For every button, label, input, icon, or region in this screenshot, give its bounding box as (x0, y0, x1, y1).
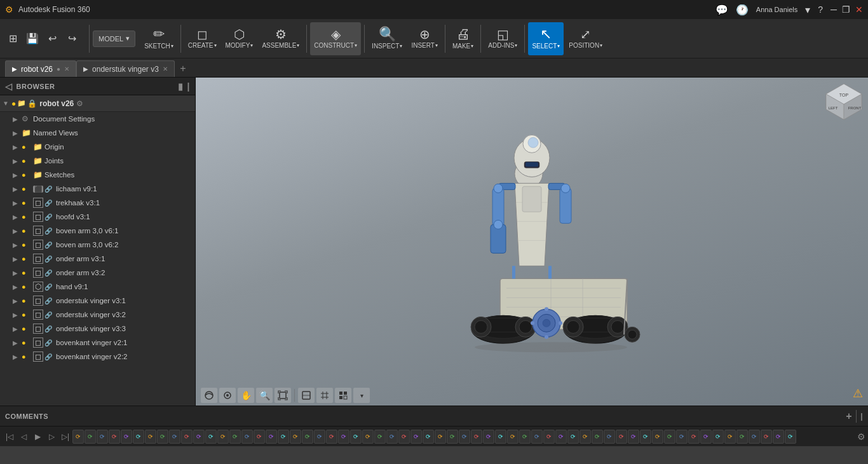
tree-item-trekhaak[interactable]: ▶ ● ◻ 🔗 trekhaak v3:1 (0, 196, 195, 210)
tree-item-doc-settings[interactable]: ▶ ⚙ Document Settings (0, 112, 195, 126)
timeline-item-47[interactable]: ⟳ (640, 430, 651, 444)
timeline-item-42[interactable]: ⟳ (580, 430, 591, 444)
timeline-item-8[interactable]: ⟳ (169, 430, 180, 444)
timeline-item-41[interactable]: ⟳ (567, 430, 579, 444)
tree-item-boven-arm-1[interactable]: ▶ ● ◻ 🔗 boven arm 3,0 v6:1 (0, 224, 195, 238)
timeline-item-57[interactable]: ⟳ (761, 430, 772, 444)
construct-button[interactable]: ◈ CONSTRUCT ▾ (310, 22, 361, 55)
tab-robot-v26-close[interactable]: ✕ (64, 65, 69, 72)
addins-button[interactable]: ◱ ADD-INS ▾ (484, 22, 521, 55)
add-tab-button[interactable]: + (175, 60, 191, 77)
timeline-item-5[interactable]: ⟳ (133, 430, 144, 444)
timeline-item-56[interactable]: ⟳ (749, 430, 760, 444)
undo-button[interactable]: ↩ (43, 30, 61, 48)
timeline-item-18[interactable]: ⟳ (290, 430, 301, 444)
timeline-item-16[interactable]: ⟳ (266, 430, 277, 444)
timeline-item-40[interactable]: ⟳ (555, 430, 567, 444)
timeline-item-39[interactable]: ⟳ (543, 430, 555, 444)
timeline-item-50[interactable]: ⟳ (676, 430, 688, 444)
timeline-item-30[interactable]: ⟳ (435, 430, 446, 444)
timeline-first-button[interactable]: |◁ (3, 430, 17, 444)
timeline-item-36[interactable]: ⟳ (507, 430, 519, 444)
timeline-item-54[interactable]: ⟳ (724, 430, 736, 444)
help-button[interactable]: ? (818, 4, 823, 15)
tree-item-onderstuk-1[interactable]: ▶ ● ◻ 🔗 onderstuk vinger v3:1 (0, 294, 195, 308)
timeline-prev-button[interactable]: ◁ (17, 430, 31, 444)
timeline-item-31[interactable]: ⟳ (447, 430, 458, 444)
timeline-item-49[interactable]: ⟳ (664, 430, 675, 444)
tab-onderstuk-close[interactable]: ✕ (163, 65, 168, 72)
position-button[interactable]: ⤢ POSITION ▾ (565, 22, 606, 55)
tree-item-named-views[interactable]: ▶ 📁 Named Views (0, 126, 195, 140)
timeline-item-0[interactable]: ⟳ (72, 430, 84, 444)
timeline-item-37[interactable]: ⟳ (519, 430, 531, 444)
browser-pin-button[interactable]: | (187, 81, 190, 92)
timeline-item-6[interactable]: ⟳ (145, 430, 156, 444)
browser-back-arrow[interactable]: ◁ (5, 81, 13, 92)
timeline-item-15[interactable]: ⟳ (254, 430, 265, 444)
tab-onderstuk[interactable]: ▶ onderstuk vinger v3 ✕ (76, 60, 175, 77)
tree-root[interactable]: ▼ ● 📁 🔒 robot v26 ⚙ (0, 95, 195, 112)
tree-item-onderstuk-2[interactable]: ▶ ● ◻ 🔗 onderstuk vinger v3:2 (0, 308, 195, 322)
tree-item-bovenkant-1[interactable]: ▶ ● ◻ 🔗 bovenkant vinger v2:1 (0, 336, 195, 350)
browser-collapse-button[interactable]: ▮ (178, 81, 184, 92)
timeline-item-12[interactable]: ⟳ (217, 430, 229, 444)
timeline-item-22[interactable]: ⟳ (338, 430, 349, 444)
timeline-item-26[interactable]: ⟳ (386, 430, 398, 444)
timeline-item-35[interactable]: ⟳ (495, 430, 506, 444)
timeline-item-14[interactable]: ⟳ (241, 430, 253, 444)
timeline-item-44[interactable]: ⟳ (604, 430, 615, 444)
redo-button[interactable]: ↪ (63, 30, 81, 48)
timeline-item-9[interactable]: ⟳ (181, 430, 193, 444)
tree-item-hoofd[interactable]: ▶ ● ◻ 🔗 hoofd v3:1 (0, 210, 195, 224)
inspect-button[interactable]: 🔍 INSPECT ▾ (368, 22, 406, 55)
timeline-play-button[interactable]: ▶ (31, 430, 44, 444)
orbit-button[interactable] (201, 388, 217, 403)
fit-button[interactable] (275, 388, 291, 403)
timeline-item-59[interactable]: ⟳ (785, 430, 796, 444)
viewport[interactable]: TOP LEFT FRONT ✋ 🔍 (196, 78, 868, 406)
timeline-item-32[interactable]: ⟳ (459, 430, 470, 444)
timeline-next-button[interactable]: ▷ (44, 430, 58, 444)
close-button[interactable]: ✕ (855, 4, 863, 15)
timeline-item-21[interactable]: ⟳ (326, 430, 337, 444)
timeline-item-25[interactable]: ⟳ (374, 430, 386, 444)
comments-pin-button[interactable]: | (860, 412, 863, 421)
sketch-button[interactable]: ✏ SKETCH ▾ (140, 22, 177, 55)
timeline-item-51[interactable]: ⟳ (688, 430, 700, 444)
timeline-item-33[interactable]: ⟳ (471, 430, 482, 444)
tree-item-hand[interactable]: ▶ ● ⬡ 🔗 hand v9:1 (0, 280, 195, 294)
tree-item-sketches[interactable]: ▶ ● 📁 Sketches (0, 168, 195, 182)
tree-item-boven-arm-2[interactable]: ▶ ● ◻ 🔗 boven arm 3,0 v6:2 (0, 238, 195, 252)
grid-button[interactable] (316, 388, 333, 403)
timeline-item-3[interactable]: ⟳ (109, 430, 120, 444)
create-button[interactable]: ◻ CREATE ▾ (184, 22, 220, 55)
timeline-item-13[interactable]: ⟳ (229, 430, 241, 444)
display-mode-button[interactable] (298, 388, 315, 403)
insert-button[interactable]: ⊕ INSERT ▾ (407, 22, 442, 55)
timeline-last-button[interactable]: ▷| (58, 430, 72, 444)
timeline-item-55[interactable]: ⟳ (736, 430, 748, 444)
root-settings-icon[interactable]: ⚙ (76, 99, 83, 108)
timeline-item-10[interactable]: ⟳ (193, 430, 205, 444)
restore-button[interactable]: ❐ (842, 4, 850, 15)
assemble-button[interactable]: ⚙ ASSEMBLE ▾ (258, 22, 303, 55)
view-cube[interactable]: TOP LEFT FRONT (825, 83, 863, 121)
timeline-item-19[interactable]: ⟳ (302, 430, 313, 444)
select-button[interactable]: ↖ SELECT ▾ (528, 22, 564, 55)
timeline-item-29[interactable]: ⟳ (423, 430, 434, 444)
modify-button[interactable]: ⬡ MODIFY ▾ (222, 22, 257, 55)
tree-item-lichaam[interactable]: ▶ ● ⬛ 🔗 lichaam v9:1 (0, 182, 195, 196)
timeline-item-2[interactable]: ⟳ (97, 430, 108, 444)
save-button[interactable]: 💾 (24, 30, 41, 48)
comments-add-button[interactable]: + (846, 411, 852, 422)
tree-item-onder-arm-2[interactable]: ▶ ● ◻ 🔗 onder arm v3:2 (0, 266, 195, 280)
timeline-item-27[interactable]: ⟳ (398, 430, 410, 444)
timeline-item-20[interactable]: ⟳ (314, 430, 325, 444)
timeline-item-28[interactable]: ⟳ (410, 430, 422, 444)
timeline-item-11[interactable]: ⟳ (205, 430, 217, 444)
tree-item-onder-arm-1[interactable]: ▶ ● ◻ 🔗 onder arm v3:1 (0, 252, 195, 266)
timeline-settings-button[interactable]: ⚙ (857, 432, 865, 442)
tree-item-origin[interactable]: ▶ ● 📁 Origin (0, 140, 195, 154)
timeline-item-58[interactable]: ⟳ (773, 430, 784, 444)
